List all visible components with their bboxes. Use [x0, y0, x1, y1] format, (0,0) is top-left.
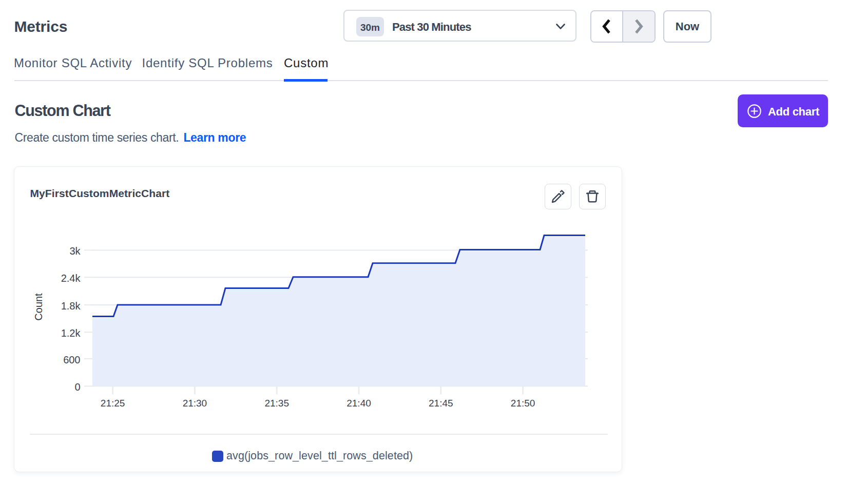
svg-text:2.4k: 2.4k — [61, 273, 81, 284]
svg-text:3k: 3k — [69, 245, 81, 257]
svg-text:21:35: 21:35 — [264, 398, 289, 409]
svg-text:0: 0 — [74, 381, 80, 393]
svg-text:600: 600 — [63, 354, 80, 365]
svg-text:21:45: 21:45 — [429, 398, 453, 409]
svg-text:1.8k: 1.8k — [61, 300, 81, 312]
svg-text:21:50: 21:50 — [511, 398, 535, 409]
svg-text:21:25: 21:25 — [101, 398, 125, 409]
svg-text:Count: Count — [33, 293, 44, 321]
svg-text:1.2k: 1.2k — [61, 327, 81, 339]
svg-text:21:40: 21:40 — [346, 398, 371, 409]
svg-text:21:30: 21:30 — [183, 398, 207, 409]
